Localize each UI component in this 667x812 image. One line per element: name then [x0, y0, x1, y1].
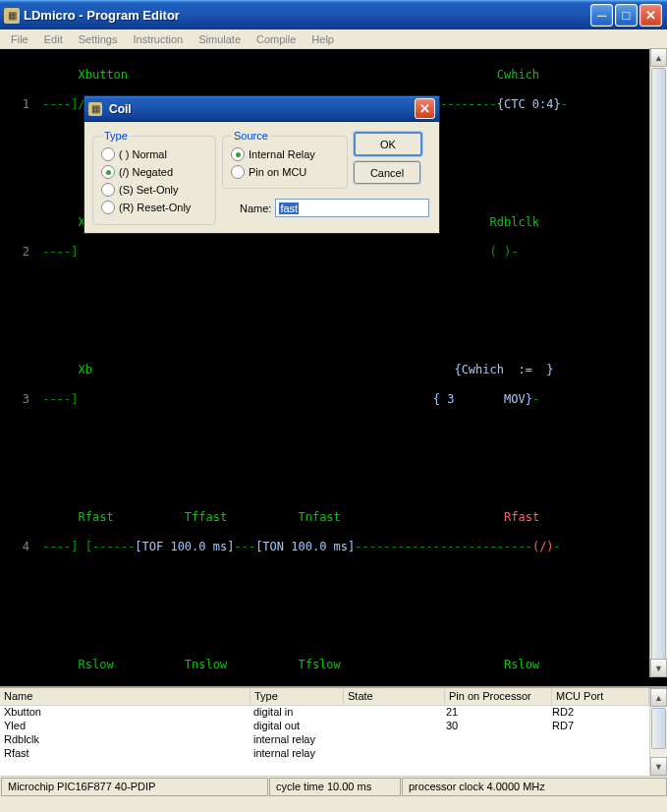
- scroll-up-icon[interactable]: ▲: [650, 48, 667, 67]
- maximize-button[interactable]: □: [615, 4, 638, 27]
- menubar: File Edit Settings Instruction Simulate …: [0, 29, 667, 49]
- coil-dialog: ▦ Coil ✕ Type ( ) Normal (/) Negated (S)…: [83, 95, 440, 234]
- col-pin[interactable]: Pin on Processor: [445, 688, 552, 705]
- editor-scrollbar[interactable]: ▲ ▼: [649, 48, 667, 677]
- table-row[interactable]: Xbuttondigital in21RD2: [0, 706, 667, 720]
- io-table: Name Type State Pin on Processor MCU Por…: [0, 686, 667, 776]
- minimize-button[interactable]: ─: [590, 4, 613, 27]
- table-row[interactable]: Rdblclkinternal relay: [0, 733, 667, 747]
- dialog-icon: ▦: [88, 102, 102, 116]
- status-cycle: cycle time 10.00 ms: [269, 778, 401, 796]
- menu-instruction[interactable]: Instruction: [126, 31, 190, 47]
- scroll-up-icon[interactable]: ▲: [650, 688, 667, 707]
- radio-pin-on-mcu[interactable]: Pin on MCU: [231, 163, 339, 181]
- scroll-thumb[interactable]: [651, 68, 666, 662]
- cancel-button[interactable]: Cancel: [354, 161, 420, 184]
- name-input[interactable]: fast: [275, 199, 429, 217]
- source-legend: Source: [231, 130, 271, 142]
- radio-negated[interactable]: (/) Negated: [101, 163, 207, 181]
- col-state[interactable]: State: [344, 688, 445, 705]
- dialog-titlebar[interactable]: ▦ Coil ✕: [84, 96, 439, 122]
- radio-setonly[interactable]: (S) Set-Only: [101, 181, 207, 199]
- scroll-thumb[interactable]: [651, 708, 666, 749]
- status-mcu: Microchip PIC16F877 40-PDIP: [1, 778, 268, 796]
- menu-help[interactable]: Help: [305, 31, 341, 47]
- menu-settings[interactable]: Settings: [72, 31, 125, 47]
- source-group: Source Internal Relay Pin on MCU: [222, 130, 348, 189]
- ok-button[interactable]: OK: [354, 132, 422, 156]
- dialog-close-button[interactable]: ✕: [415, 98, 435, 119]
- menu-edit[interactable]: Edit: [37, 31, 70, 47]
- scroll-down-icon[interactable]: ▼: [650, 757, 667, 776]
- menu-simulate[interactable]: Simulate: [192, 31, 248, 47]
- col-type[interactable]: Type: [250, 688, 344, 705]
- col-port[interactable]: MCU Port: [552, 688, 649, 705]
- statusbar: Microchip PIC16F877 40-PDIP cycle time 1…: [0, 776, 667, 797]
- table-row[interactable]: Rfastinternal relay: [0, 747, 667, 761]
- scroll-down-icon[interactable]: ▼: [650, 659, 667, 677]
- menu-file[interactable]: File: [4, 31, 35, 47]
- window-controls: ─ □ ✕: [590, 4, 662, 27]
- status-clock: processor clock 4.0000 MHz: [402, 778, 667, 796]
- type-group: Type ( ) Normal (/) Negated (S) Set-Only…: [92, 130, 216, 225]
- io-scrollbar[interactable]: ▲ ▼: [649, 688, 667, 776]
- table-row[interactable]: Yleddigital out30RD7: [0, 720, 667, 733]
- menu-compile[interactable]: Compile: [250, 31, 303, 47]
- type-legend: Type: [101, 130, 131, 142]
- dialog-title: Coil: [109, 102, 415, 116]
- radio-normal[interactable]: ( ) Normal: [101, 145, 207, 163]
- radio-resetonly[interactable]: (R) Reset-Only: [101, 199, 207, 216]
- radio-internal-relay[interactable]: Internal Relay: [231, 145, 339, 163]
- close-button[interactable]: ✕: [639, 4, 662, 27]
- window-title: LDmicro - Program Editor: [24, 8, 590, 23]
- col-name[interactable]: Name: [0, 688, 250, 705]
- name-label: Name:: [240, 203, 271, 214]
- io-header: Name Type State Pin on Processor MCU Por…: [0, 688, 667, 706]
- app-icon: ▦: [4, 8, 20, 24]
- titlebar: ▦ LDmicro - Program Editor ─ □ ✕: [0, 0, 667, 29]
